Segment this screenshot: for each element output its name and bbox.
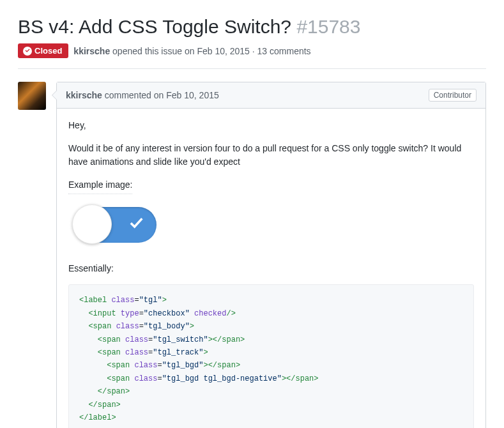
comment-header: kkirsche commented on Feb 10, 2015 Contr… <box>57 82 485 109</box>
divider <box>18 68 486 69</box>
opener-link[interactable]: kkirsche <box>73 46 110 56</box>
essentially-label: Essentially: <box>68 262 474 276</box>
issue-meta: kkirsche opened this issue on Feb 10, 20… <box>73 46 310 56</box>
issue-number: #15783 <box>296 16 360 37</box>
comment-verb: commented <box>105 90 151 100</box>
comment-count: 13 comments <box>257 46 311 56</box>
status-text: Closed <box>34 46 62 56</box>
comment-body: Hey, Would it be of any interest in vers… <box>57 109 485 428</box>
body-paragraph: Would it be of any interest in version f… <box>68 142 474 169</box>
issue-closed-icon <box>23 47 32 56</box>
toggle-demo-image <box>75 207 474 243</box>
opened-verb: opened this issue <box>112 46 182 56</box>
role-badge: Contributor <box>429 89 477 102</box>
greeting: Hey, <box>68 119 474 133</box>
example-label: Example image: <box>68 178 132 194</box>
status-badge: Closed <box>18 43 68 58</box>
avatar[interactable] <box>18 82 46 110</box>
opened-date: on Feb 10, 2015 <box>185 46 250 56</box>
issue-title: BS v4: Add CSS Toggle Switch? #15783 <box>18 15 486 38</box>
toggle-knob <box>72 204 112 244</box>
check-icon <box>127 213 145 236</box>
toggle-track <box>75 207 157 243</box>
comment-box: kkirsche commented on Feb 10, 2015 Contr… <box>56 82 486 428</box>
issue-title-text: BS v4: Add CSS Toggle Switch? <box>18 16 291 37</box>
comment-date: on Feb 10, 2015 <box>154 90 219 100</box>
comment-author-link[interactable]: kkirsche <box>66 90 102 100</box>
code-block: <label class="tgl"> <input type="checkbo… <box>68 284 474 428</box>
